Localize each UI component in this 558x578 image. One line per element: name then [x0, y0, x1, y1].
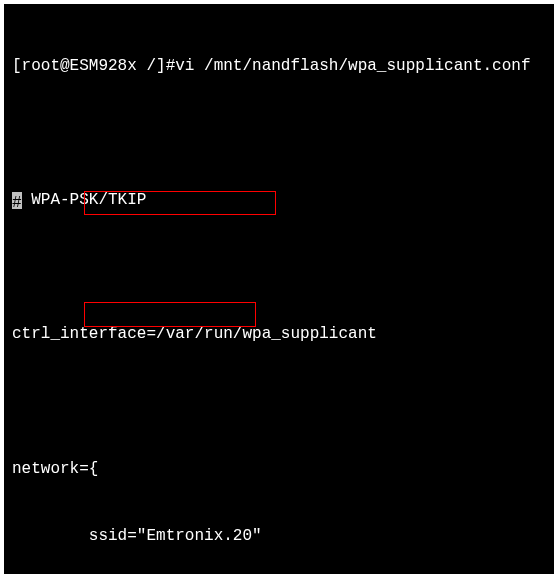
- file-line-ctrl-interface: ctrl_interface=/var/run/wpa_supplicant: [12, 323, 546, 345]
- blank-line: [12, 391, 546, 413]
- terminal-window[interactable]: [root@ESM928x /]#vi /mnt/nandflash/wpa_s…: [4, 4, 554, 574]
- file-line-ssid: ssid="Emtronix.20": [12, 525, 546, 547]
- cursor-line: # WPA-PSK/TKIP: [12, 189, 546, 211]
- file-line-network-open: network={: [12, 458, 546, 480]
- prompt-user-host: [root@ESM928x /]#: [12, 57, 175, 75]
- prompt-line: [root@ESM928x /]#vi /mnt/nandflash/wpa_s…: [12, 55, 546, 77]
- blank-line: [12, 256, 546, 278]
- cursor-block: #: [12, 192, 22, 210]
- prompt-command: vi /mnt/nandflash/wpa_supplicant.conf: [175, 57, 530, 75]
- blank-line: [12, 122, 546, 144]
- file-line-1-rest: WPA-PSK/TKIP: [22, 191, 147, 209]
